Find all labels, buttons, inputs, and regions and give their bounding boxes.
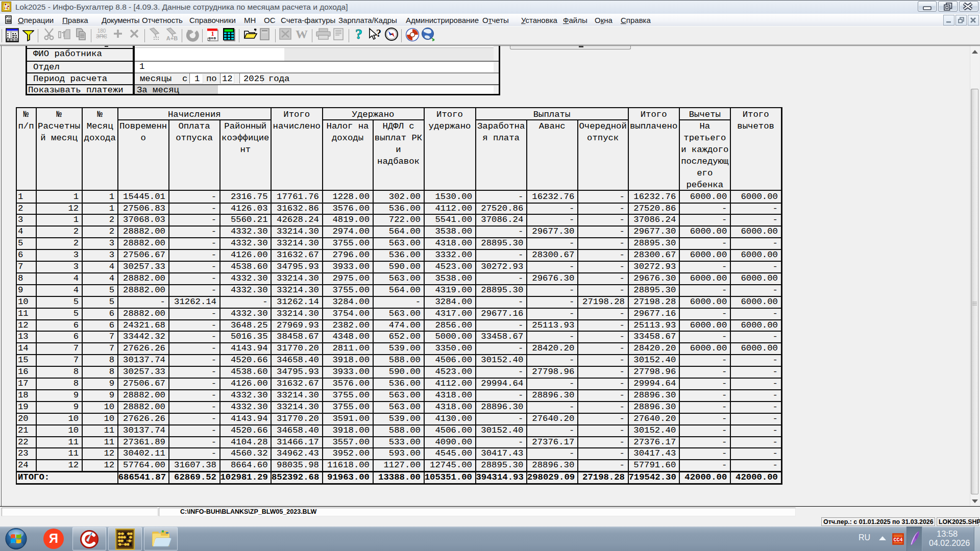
svg-text:A+B: A+B bbox=[166, 35, 178, 41]
svg-text:CC4: CC4 bbox=[893, 537, 902, 543]
svg-text:?: ? bbox=[376, 28, 381, 39]
svg-text:?: ? bbox=[355, 27, 362, 41]
svg-text:Я: Я bbox=[49, 531, 58, 545]
svg-text:W: W bbox=[296, 28, 308, 41]
